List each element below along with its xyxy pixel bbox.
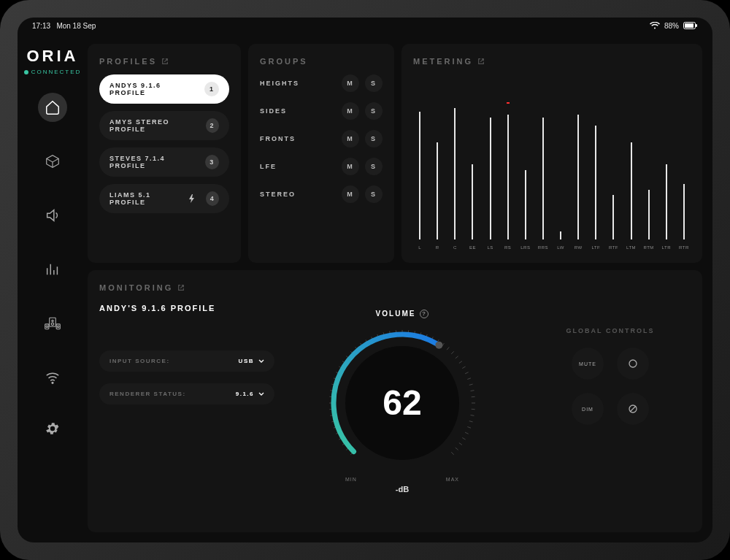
profiles-title: PROFILES (99, 57, 157, 66)
group-solo-button[interactable]: S (365, 74, 383, 92)
groups-title: GROUPS (260, 57, 308, 66)
group-mute-button[interactable]: M (342, 102, 359, 120)
svg-point-68 (629, 360, 637, 367)
meter-fill (472, 164, 473, 239)
renderer-status-value: 9.1.6 (236, 391, 254, 397)
volume-value: 62 (322, 323, 483, 483)
device-status-bar: 17:13 Mon 18 Sep 88% (18, 18, 712, 34)
meter-label: LRS (520, 245, 530, 250)
profile-item[interactable]: STEVES 7.1.4 PROFILE3 (99, 147, 229, 177)
mute-button[interactable]: MUTE (572, 348, 604, 380)
profile-number: 3 (205, 155, 219, 169)
connection-status: CONNECTED (24, 69, 82, 75)
sidebar: ORIA CONNECTED (18, 34, 88, 542)
external-link-icon[interactable] (477, 58, 485, 65)
meter-fill (507, 115, 509, 239)
status-date: Mon 18 Sep (56, 22, 96, 30)
group-solo-button[interactable]: S (365, 185, 383, 203)
group-label: STEREO (260, 191, 296, 198)
profile-label: ANDYS 9.1.6 PROFILE (110, 82, 199, 96)
bolt-icon (188, 194, 196, 203)
group-mute-button[interactable]: M (342, 158, 359, 175)
volume-unit: -dB (396, 485, 409, 494)
profile-label: AMYS STEREO PROFILE (110, 118, 200, 133)
group-row: STEREOMS (260, 185, 383, 203)
svg-point-4 (52, 320, 53, 321)
group-mute-button[interactable]: M (342, 185, 359, 203)
polarity-button[interactable] (617, 393, 649, 425)
volume-dial[interactable]: 62 MIN MAX (322, 323, 483, 483)
meter-fill (525, 170, 526, 239)
profile-item[interactable]: ANDYS 9.1.6 PROFILE1 (99, 74, 229, 104)
meter-fill (595, 126, 596, 239)
profile-label: LIAMS 5.1 PROFILE (110, 191, 182, 206)
meter-label: C (453, 245, 457, 250)
meter-channel: EE (466, 101, 479, 250)
external-link-icon[interactable] (177, 284, 185, 291)
input-source-selector[interactable]: INPUT SOURCE: USB (99, 350, 274, 372)
nav-home[interactable] (38, 93, 67, 122)
group-label: FRONTS (260, 135, 296, 142)
meter-channel: RRS (537, 101, 550, 250)
profile-number: 2 (206, 118, 219, 133)
meter-fill (419, 112, 420, 239)
meter-channel: LTM (625, 101, 638, 250)
meter-label: R (436, 245, 439, 250)
meter-label: RTR (679, 245, 689, 250)
meter-channel: C (448, 101, 461, 250)
monitoring-title: MONITORING (99, 283, 173, 292)
meter-channel: LS (484, 101, 497, 250)
profile-item[interactable]: AMYS STEREO PROFILE2 (99, 111, 229, 140)
group-mute-button[interactable]: M (342, 74, 359, 92)
brand-logo: ORIA (27, 47, 79, 66)
help-icon[interactable]: ? (420, 310, 429, 318)
input-source-label: INPUT SOURCE: (110, 358, 170, 364)
meter-channel: RS (502, 101, 515, 250)
group-solo-button[interactable]: S (365, 130, 383, 147)
external-link-icon[interactable] (161, 58, 169, 65)
meter-channel: L (413, 101, 426, 250)
profile-number: 1 (204, 82, 219, 96)
svg-rect-1 (685, 23, 694, 28)
battery-icon (683, 22, 698, 29)
meter-fill (631, 142, 632, 239)
profile-item[interactable]: LIAMS 5.1 PROFILE4 (99, 184, 229, 213)
nav-settings[interactable] (38, 414, 67, 443)
profiles-panel: PROFILES ANDYS 9.1.6 PROFILE1AMYS STEREO… (88, 44, 241, 263)
volume-min-label: MIN (345, 477, 357, 482)
nav-network[interactable] (38, 363, 67, 392)
group-row: LFEMS (260, 158, 383, 175)
meter-label: RTF (609, 245, 618, 250)
group-label: LFE (260, 163, 277, 170)
group-solo-button[interactable]: S (365, 102, 383, 120)
meter-label: RS (504, 245, 511, 250)
status-time: 17:13 (32, 22, 50, 30)
meter-label: L (418, 245, 421, 250)
nav-sound[interactable] (38, 201, 67, 230)
meter-channel: RW (572, 101, 585, 250)
input-source-value: USB (239, 358, 254, 364)
metering-panel: METERING LRCEELSRSLRSRRSLWRWLTFRTFLTMRTM… (402, 44, 702, 263)
dim-button[interactable]: DIM (572, 393, 604, 425)
group-mute-button[interactable]: M (342, 130, 359, 147)
renderer-status-selector[interactable]: RENDERER STATUS: 9.1.6 (99, 383, 274, 404)
meter-fill (560, 231, 561, 239)
meter-label: LTR (662, 245, 671, 250)
group-solo-button[interactable]: S (365, 158, 383, 175)
group-label: HEIGHTS (260, 80, 299, 87)
meter-channel: LRS (519, 101, 532, 250)
meter-label: RW (575, 245, 583, 250)
meter-fill (437, 142, 438, 239)
group-row: SIDESMS (260, 102, 383, 120)
nav-eq[interactable] (38, 255, 67, 284)
meter-channel: R (431, 101, 444, 250)
volume-title: VOLUME (376, 310, 416, 318)
nav-speakers[interactable] (38, 309, 67, 338)
status-battery: 88% (664, 22, 679, 30)
meter-channel: RTM (642, 101, 656, 250)
group-row: FRONTSMS (260, 130, 383, 147)
mono-button[interactable] (617, 348, 649, 380)
svg-line-70 (630, 406, 636, 412)
svg-point-7 (46, 326, 48, 328)
nav-room[interactable] (38, 147, 67, 176)
